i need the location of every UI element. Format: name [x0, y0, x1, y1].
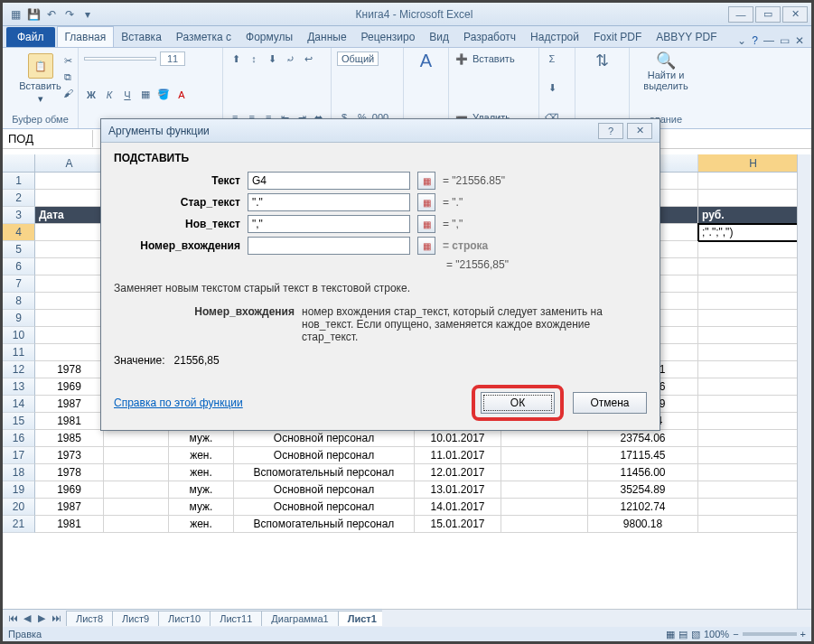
- sheet-nav-last-icon[interactable]: ⏭: [50, 612, 62, 624]
- function-help-link[interactable]: Справка по этой функции: [114, 397, 243, 409]
- cell[interactable]: [501, 516, 588, 533]
- italic-icon[interactable]: К: [102, 88, 117, 102]
- view-normal-icon[interactable]: ▦: [666, 629, 675, 640]
- cell[interactable]: [698, 447, 809, 464]
- horizontal-scrollbar[interactable]: [382, 609, 797, 627]
- cell[interactable]: 1981: [35, 413, 104, 430]
- row-header[interactable]: 9: [3, 310, 35, 327]
- sheet-nav-prev-icon[interactable]: ◀: [21, 612, 33, 624]
- cell[interactable]: 10.01.2017: [415, 430, 501, 447]
- tab-addins[interactable]: Надстрой: [523, 27, 586, 47]
- cell[interactable]: [35, 258, 104, 275]
- cell[interactable]: жен.: [169, 464, 234, 481]
- border-icon[interactable]: ▦: [138, 88, 153, 102]
- arg-num-picker[interactable]: ▦: [417, 237, 435, 255]
- cell[interactable]: 13.01.2017: [415, 481, 501, 499]
- cell[interactable]: [501, 447, 588, 464]
- cell[interactable]: 1987: [35, 499, 104, 516]
- sheet-tab[interactable]: Лист9: [112, 611, 159, 626]
- cell[interactable]: [35, 190, 104, 207]
- minimize-button[interactable]: —: [728, 6, 753, 23]
- cut-icon[interactable]: ✂: [61, 53, 75, 68]
- cell[interactable]: [698, 275, 809, 293]
- sheet-tab[interactable]: Лист1: [338, 611, 387, 626]
- arg-new-picker[interactable]: ▦: [417, 215, 435, 233]
- cell[interactable]: Дата: [35, 207, 104, 224]
- tab-layout[interactable]: Разметка с: [169, 27, 239, 47]
- format-painter-icon[interactable]: 🖌: [61, 86, 75, 100]
- cell[interactable]: 17115.45: [588, 447, 698, 464]
- cell[interactable]: [698, 413, 809, 430]
- orientation-icon[interactable]: ⤾: [283, 51, 297, 66]
- row-header[interactable]: 5: [3, 241, 35, 258]
- dialog-close-icon[interactable]: ✕: [627, 123, 652, 139]
- underline-icon[interactable]: Ч: [120, 88, 135, 102]
- row-header[interactable]: 4: [3, 224, 35, 241]
- select-all-corner[interactable]: [3, 154, 35, 172]
- sheet-tab[interactable]: Лист11: [210, 611, 262, 626]
- undo-icon[interactable]: ↶: [44, 7, 59, 22]
- cell[interactable]: [698, 344, 809, 361]
- maximize-button[interactable]: ▭: [755, 6, 781, 23]
- arg-old-input[interactable]: [248, 193, 410, 211]
- cell[interactable]: ;".";","): [698, 224, 809, 241]
- save-icon[interactable]: 💾: [26, 7, 41, 22]
- font-name-box[interactable]: [84, 57, 156, 61]
- vertical-scrollbar[interactable]: [797, 154, 811, 609]
- col-header-h[interactable]: H: [698, 154, 809, 172]
- cell[interactable]: [501, 481, 588, 499]
- row-header[interactable]: 11: [3, 344, 35, 361]
- cell[interactable]: муж.: [169, 430, 234, 447]
- tab-developer[interactable]: Разработч: [456, 27, 523, 47]
- cell[interactable]: [35, 310, 104, 327]
- cell[interactable]: муж.: [169, 481, 234, 499]
- view-break-icon[interactable]: ▧: [691, 629, 700, 640]
- cell[interactable]: 9800.18: [588, 516, 698, 533]
- fill-color-icon[interactable]: 🪣: [156, 88, 171, 102]
- cell[interactable]: [104, 430, 169, 447]
- row-header[interactable]: 3: [3, 207, 35, 224]
- cell[interactable]: [698, 310, 809, 327]
- row-header[interactable]: 13: [3, 378, 35, 396]
- insert-cells-label[interactable]: Вставить: [472, 53, 515, 64]
- cell[interactable]: муж.: [169, 499, 234, 516]
- cell[interactable]: руб.: [698, 207, 809, 224]
- row-header[interactable]: 7: [3, 275, 35, 293]
- row-header[interactable]: 15: [3, 413, 35, 430]
- cell[interactable]: 1981: [35, 516, 104, 533]
- qat-dropdown-icon[interactable]: ▾: [80, 7, 95, 22]
- row-header[interactable]: 16: [3, 430, 35, 447]
- cell[interactable]: [35, 241, 104, 258]
- cell[interactable]: [698, 327, 809, 344]
- cell[interactable]: [698, 378, 809, 396]
- sheet-tab[interactable]: Лист10: [158, 611, 211, 626]
- cell[interactable]: 1969: [35, 481, 104, 499]
- row-header[interactable]: 10: [3, 327, 35, 344]
- bold-icon[interactable]: Ж: [84, 88, 98, 102]
- cell[interactable]: [698, 499, 809, 516]
- cell[interactable]: [104, 499, 169, 516]
- cell[interactable]: [698, 361, 809, 378]
- cell[interactable]: 11.01.2017: [415, 447, 501, 464]
- help-icon[interactable]: ?: [752, 34, 758, 47]
- row-header[interactable]: 14: [3, 396, 35, 413]
- cancel-button[interactable]: Отмена: [573, 392, 647, 414]
- cell[interactable]: [698, 258, 809, 275]
- zoom-in-icon[interactable]: +: [800, 629, 806, 639]
- row-header[interactable]: 12: [3, 361, 35, 378]
- zoom-slider[interactable]: [743, 632, 797, 636]
- cell[interactable]: 1978: [35, 361, 104, 378]
- col-header-a[interactable]: A: [35, 154, 104, 172]
- cell[interactable]: 12.01.2017: [415, 464, 501, 481]
- cell[interactable]: 12102.74: [588, 499, 698, 516]
- cell[interactable]: [104, 464, 169, 481]
- tab-home[interactable]: Главная: [57, 26, 115, 47]
- fill-icon[interactable]: ⬇: [545, 81, 559, 96]
- row-header[interactable]: 20: [3, 499, 35, 516]
- doc-close-icon[interactable]: ✕: [795, 34, 804, 47]
- file-tab[interactable]: Файл: [6, 27, 55, 47]
- copy-icon[interactable]: ⧉: [61, 70, 75, 84]
- cell[interactable]: [698, 190, 809, 207]
- cell[interactable]: [104, 516, 169, 533]
- font-color-icon[interactable]: A: [174, 88, 189, 102]
